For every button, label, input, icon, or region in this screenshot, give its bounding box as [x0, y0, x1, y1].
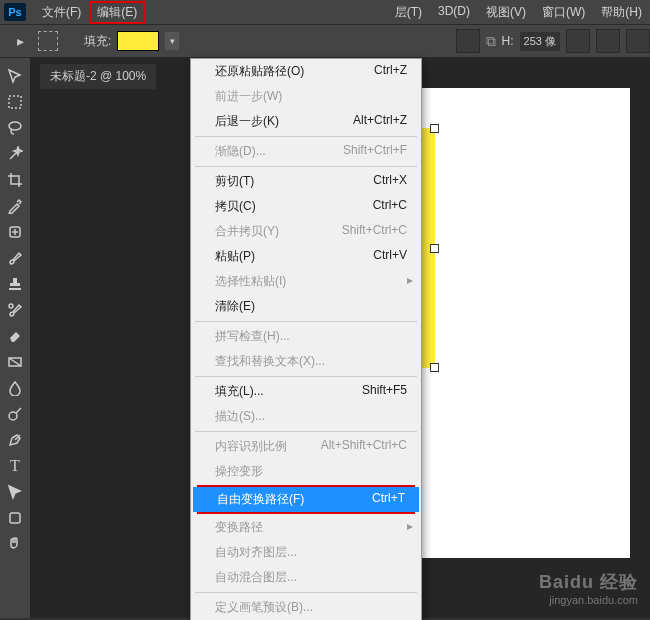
menu-2[interactable]: 层(T) [387, 1, 430, 24]
workspace: 未标题-2 @ 100% 还原粘贴路径(O)Ctrl+Z前进一步(W)后退一步(… [30, 58, 650, 618]
type-tool[interactable]: T [3, 454, 27, 478]
menu-item-label: 前进一步(W) [215, 88, 282, 105]
menu-0[interactable]: 文件(F) [34, 1, 89, 24]
healing-tool[interactable] [3, 220, 27, 244]
svg-rect-0 [9, 96, 21, 108]
tool-palette: T [0, 58, 30, 618]
menu-item-label: 内容识别比例 [215, 438, 287, 455]
menu-item: 查找和替换文本(X)... [191, 349, 421, 374]
menu-item[interactable]: 后退一步(K)Alt+Ctrl+Z [191, 109, 421, 134]
opt-icon-1[interactable] [456, 29, 480, 53]
menu-item[interactable]: 剪切(T)Ctrl+X [191, 169, 421, 194]
menu-item-label: 描边(S)... [215, 408, 265, 425]
menu-item: 自动混合图层... [191, 565, 421, 590]
fill-dropdown-arrow[interactable]: ▾ [165, 32, 179, 50]
menu-item-label: 查找和替换文本(X)... [215, 353, 325, 370]
submenu-arrow-icon: ▸ [407, 519, 413, 533]
watermark-url: jingyan.baidu.com [539, 594, 638, 606]
menu-item-shortcut: Ctrl+X [373, 173, 407, 190]
menu-4[interactable]: 视图(V) [478, 1, 534, 24]
menu-item-label: 合并拷贝(Y) [215, 223, 279, 240]
handle-mr[interactable] [430, 244, 439, 253]
menu-item[interactable]: 粘贴(P)Ctrl+V [191, 244, 421, 269]
menu-item[interactable]: 拷贝(C)Ctrl+C [191, 194, 421, 219]
handle-tr[interactable] [430, 124, 439, 133]
menu-item[interactable]: 清除(E) [191, 294, 421, 319]
svg-point-5 [9, 412, 17, 420]
menu-item: 变换路径▸ [191, 515, 421, 540]
menu-item: 拼写检查(H)... [191, 324, 421, 349]
menu-item: 自动对齐图层... [191, 540, 421, 565]
menu-item-label: 清除(E) [215, 298, 255, 315]
h-value[interactable]: 253 像 [520, 32, 560, 51]
menu-item-shortcut: Ctrl+V [373, 248, 407, 265]
menu-item[interactable]: 还原粘贴路径(O)Ctrl+Z [191, 59, 421, 84]
lasso-tool[interactable] [3, 116, 27, 140]
svg-rect-6 [10, 513, 20, 523]
brush-tool[interactable] [3, 246, 27, 270]
menu-item-label: 渐隐(D)... [215, 143, 266, 160]
opt-icon-2[interactable] [566, 29, 590, 53]
link-icon[interactable]: ⧉ [486, 33, 496, 50]
menu-item: 内容识别比例Alt+Shift+Ctrl+C [191, 434, 421, 459]
menu-item-label: 定义画笔预设(B)... [215, 599, 313, 616]
gradient-tool[interactable] [3, 350, 27, 374]
menu-item: 渐隐(D)...Shift+Ctrl+F [191, 139, 421, 164]
svg-point-3 [9, 304, 13, 308]
menu-item-shortcut: Shift+Ctrl+F [343, 143, 407, 160]
menu-item-shortcut: Alt+Shift+Ctrl+C [321, 438, 407, 455]
home-icon[interactable]: ▸ [8, 29, 32, 53]
h-label: H: [502, 34, 514, 48]
menu-item[interactable]: 自由变换路径(F)Ctrl+T [193, 487, 419, 512]
history-tool[interactable] [3, 298, 27, 322]
menubar: Ps 文件(F)编辑(E) 层(T)3D(D)视图(V)窗口(W)帮助(H) [0, 0, 650, 24]
path-tool[interactable] [3, 480, 27, 504]
eyedropper-tool[interactable] [3, 194, 27, 218]
menu-item-shortcut: Shift+Ctrl+C [342, 223, 407, 240]
dodge-tool[interactable] [3, 402, 27, 426]
opt-icon-4[interactable] [626, 29, 650, 53]
fill-label: 填充: [84, 33, 111, 50]
marquee-tool[interactable] [3, 90, 27, 114]
menu-item-label: 拼写检查(H)... [215, 328, 290, 345]
menu-item: 选择性粘贴(I)▸ [191, 269, 421, 294]
wand-tool[interactable] [3, 142, 27, 166]
shape-tool[interactable] [3, 506, 27, 530]
menu-item-label: 自由变换路径(F) [217, 491, 304, 508]
menu-item-label: 粘贴(P) [215, 248, 255, 265]
menu-3[interactable]: 3D(D) [430, 1, 478, 24]
menu-item: 前进一步(W) [191, 84, 421, 109]
menu-item[interactable]: 填充(L)...Shift+F5 [191, 379, 421, 404]
options-bar: ▸ 填充: ▾ ⧉ H: 253 像 [0, 24, 650, 58]
menu-item: 描边(S)... [191, 404, 421, 429]
menu-item-shortcut: Ctrl+C [373, 198, 407, 215]
menu-item-label: 自动混合图层... [215, 569, 297, 586]
menu-item-label: 剪切(T) [215, 173, 254, 190]
menu-item-shortcut: Shift+F5 [362, 383, 407, 400]
menu-5[interactable]: 窗口(W) [534, 1, 593, 24]
document-tab[interactable]: 未标题-2 @ 100% [40, 64, 156, 89]
menu-item-label: 操控变形 [215, 463, 263, 480]
app-logo: Ps [4, 3, 26, 21]
crop-tool[interactable] [3, 168, 27, 192]
selection-icon[interactable] [38, 31, 58, 51]
eraser-tool[interactable] [3, 324, 27, 348]
watermark-logo: Baidu 经验 [539, 570, 638, 594]
hand-tool[interactable] [3, 532, 27, 556]
stamp-tool[interactable] [3, 272, 27, 296]
fill-swatch[interactable] [117, 31, 159, 51]
menu-item-label: 填充(L)... [215, 383, 264, 400]
handle-br[interactable] [430, 363, 439, 372]
opt-icon-3[interactable] [596, 29, 620, 53]
menu-item: 合并拷贝(Y)Shift+Ctrl+C [191, 219, 421, 244]
svg-point-1 [9, 122, 21, 130]
menu-item-label: 选择性粘贴(I) [215, 273, 286, 290]
menu-item-label: 变换路径 [215, 519, 263, 536]
blur-tool[interactable] [3, 376, 27, 400]
menu-1[interactable]: 编辑(E) [89, 1, 145, 24]
submenu-arrow-icon: ▸ [407, 273, 413, 287]
menu-6[interactable]: 帮助(H) [593, 1, 650, 24]
edit-menu-dropdown: 还原粘贴路径(O)Ctrl+Z前进一步(W)后退一步(K)Alt+Ctrl+Z渐… [190, 58, 422, 620]
pen-tool[interactable] [3, 428, 27, 452]
move-tool[interactable] [3, 64, 27, 88]
